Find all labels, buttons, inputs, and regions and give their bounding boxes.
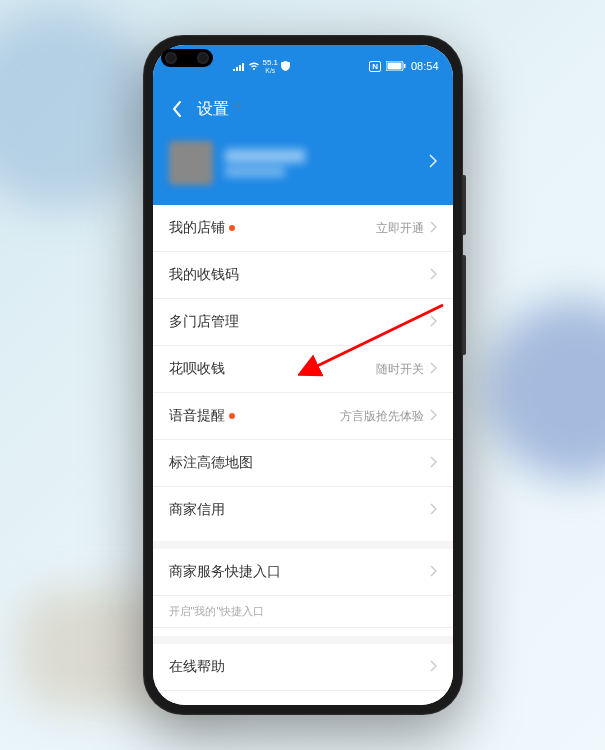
- list-item-amap[interactable]: 标注高德地图: [153, 440, 453, 487]
- list-item-merchant-credit[interactable]: 商家信用: [153, 487, 453, 533]
- item-value: 随时开关: [376, 361, 424, 378]
- chevron-right-icon: [430, 219, 437, 237]
- chevron-right-icon: [430, 407, 437, 425]
- shield-icon: [281, 61, 290, 71]
- chevron-right-icon: [430, 454, 437, 472]
- item-label: 我的收钱码: [169, 266, 239, 284]
- chevron-right-icon: [430, 313, 437, 331]
- signal-icon: [233, 61, 245, 71]
- list-item-quick-entry[interactable]: 商家服务快捷入口: [153, 549, 453, 596]
- item-label: 标注高德地图: [169, 454, 253, 472]
- battery-icon: [386, 61, 406, 71]
- screen: 55.1 K/s N 08:54 设置: [153, 45, 453, 705]
- camera-cutout: [161, 49, 213, 67]
- avatar: [169, 141, 213, 185]
- chevron-right-icon: [430, 501, 437, 519]
- phone-device: 55.1 K/s N 08:54 设置: [143, 35, 463, 715]
- item-label: 在线帮助: [169, 658, 225, 676]
- notification-dot: [229, 413, 235, 419]
- section-hint: 开启"我的"快捷入口: [153, 596, 453, 628]
- header: 设置: [153, 87, 453, 131]
- back-button[interactable]: [165, 97, 189, 121]
- item-value: 方言版抢先体验: [340, 408, 424, 425]
- item-label: 语音提醒: [169, 407, 225, 425]
- profile-info: [225, 149, 417, 177]
- chevron-right-icon: [430, 266, 437, 284]
- notification-dot: [229, 225, 235, 231]
- list-item-multi-store[interactable]: 多门店管理: [153, 299, 453, 346]
- wifi-icon: [248, 61, 260, 71]
- list-item-voice-reminder[interactable]: 语音提醒 方言版抢先体验: [153, 393, 453, 440]
- list-section-2: 商家服务快捷入口 开启"我的"快捷入口: [153, 549, 453, 628]
- page-title: 设置: [197, 99, 229, 120]
- item-label: 商家信用: [169, 501, 225, 519]
- network-speed: 55.1 K/s: [263, 59, 279, 74]
- nfc-icon: N: [369, 61, 381, 72]
- svg-rect-1: [387, 63, 401, 70]
- item-label: 我的店铺: [169, 219, 225, 237]
- svg-rect-2: [404, 64, 406, 68]
- list-item-online-help[interactable]: 在线帮助: [153, 644, 453, 691]
- item-value: 立即开通: [376, 220, 424, 237]
- chevron-right-icon: [430, 360, 437, 378]
- chevron-right-icon: [429, 154, 437, 172]
- list-item-my-shop[interactable]: 我的店铺 立即开通: [153, 205, 453, 252]
- item-label: 多门店管理: [169, 313, 239, 331]
- chevron-right-icon: [430, 658, 437, 676]
- chevron-right-icon: [430, 563, 437, 581]
- list-item-feedback[interactable]: 我要吐个槽: [153, 691, 453, 705]
- chevron-left-icon: [172, 101, 182, 117]
- status-time: 08:54: [411, 60, 439, 72]
- list-item-huabei[interactable]: 花呗收钱 随时开关: [153, 346, 453, 393]
- list-section-1: 我的店铺 立即开通 我的收钱码 多门店管理 花呗收钱 随时开关: [153, 205, 453, 533]
- item-label: 花呗收钱: [169, 360, 225, 378]
- list-item-collect-code[interactable]: 我的收钱码: [153, 252, 453, 299]
- item-label: 商家服务快捷入口: [169, 563, 281, 581]
- profile-row[interactable]: [153, 131, 453, 205]
- list-section-3: 在线帮助 我要吐个槽: [153, 644, 453, 705]
